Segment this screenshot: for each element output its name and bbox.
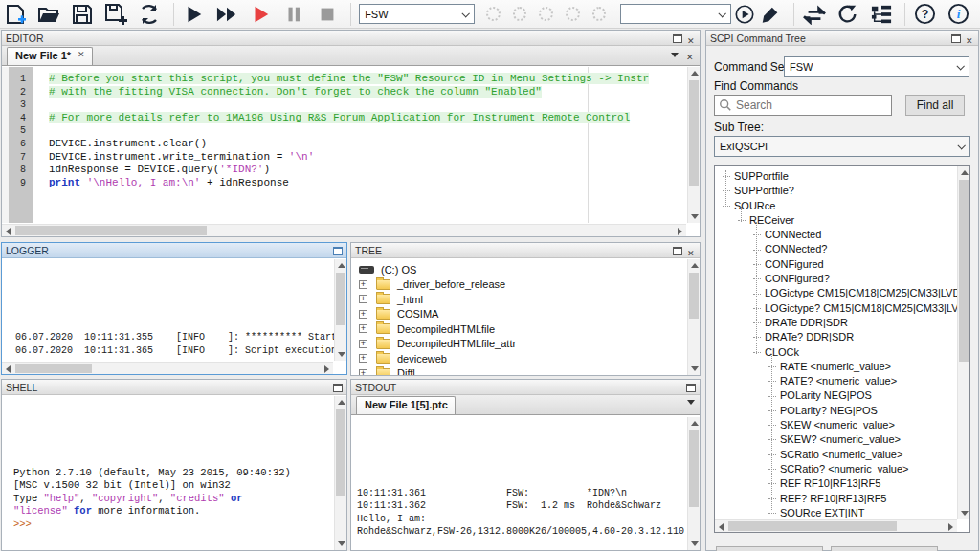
scpi-tree-item[interactable]: CONFigured [715, 257, 957, 272]
scroll-left-arrow[interactable] [6, 365, 11, 373]
close-icon[interactable] [687, 247, 696, 255]
macro-select-combo[interactable] [620, 4, 731, 24]
transfer-button[interactable] [802, 2, 826, 27]
tree-item[interactable]: + DecompiledHTMLfile [359, 321, 687, 337]
scrollbar-thumb[interactable] [959, 180, 969, 362]
scpi-tree-item[interactable]: RATE <numeric_value> [715, 360, 957, 374]
scpi-tree-item[interactable]: POLarity NEG|POS [715, 388, 957, 403]
scpi-tree-item[interactable]: SKEW <numeric_value> [715, 418, 957, 432]
play-macro-button[interactable] [733, 2, 757, 27]
maximize-icon[interactable] [686, 384, 696, 392]
save-file-button[interactable] [71, 2, 95, 27]
scpi-tree-item[interactable]: SUPPortfile [715, 169, 957, 184]
scroll-left-arrow[interactable] [6, 228, 11, 235]
scpi-tree-item[interactable]: CONFigured? [715, 272, 957, 286]
tab-list-dropdown-icon[interactable] [687, 400, 695, 405]
help-button[interactable]: ? [913, 2, 937, 27]
scroll-up-arrow[interactable] [691, 71, 699, 76]
scrollbar-thumb[interactable] [689, 80, 699, 186]
close-icon[interactable] [687, 34, 696, 43]
close-tab-icon[interactable] [686, 51, 695, 59]
save-file-as-button[interactable] [104, 2, 128, 27]
scroll-right-arrow[interactable] [948, 523, 953, 531]
code-editor-area[interactable]: 1 # Before you start this script, you mu… [2, 67, 686, 223]
run-highlight-button[interactable] [248, 2, 272, 27]
tab-close-icon[interactable]: ✕ [78, 50, 85, 65]
clipped-bottom-button[interactable] [831, 546, 938, 551]
scroll-up-arrow[interactable] [691, 421, 699, 426]
editor-tab[interactable]: New File 1* ✕ [7, 47, 93, 65]
scroll-down-arrow[interactable] [691, 541, 699, 546]
new-file-button[interactable] [4, 2, 28, 27]
scpi-tree-item[interactable]: REF? RF10|RF13|RF5 [715, 492, 957, 506]
tree-item[interactable]: + deviceweb [359, 351, 687, 366]
scroll-up-arrow[interactable] [691, 263, 699, 268]
scpi-horizontal-scrollbar[interactable] [715, 519, 957, 532]
stop-button[interactable] [315, 2, 339, 27]
device-select-combo[interactable]: FSW [359, 4, 475, 24]
tree-item[interactable]: + Diffl [359, 366, 687, 376]
scpi-tree-item[interactable]: LOGictype? CM15|CM18|CM25|CM33|LVDS|L [715, 301, 957, 316]
scroll-down-arrow[interactable] [338, 352, 345, 357]
reload-script-button[interactable] [138, 2, 162, 27]
scpi-tree-item[interactable]: SKEW? <numeric_value> [715, 432, 957, 447]
scpi-tree-item[interactable]: CONNected? [715, 242, 957, 256]
tab-list-dropdown-icon[interactable] [671, 53, 679, 57]
stdout-vertical-scrollbar[interactable] [687, 417, 700, 550]
scpi-tree-item[interactable]: SCRatio <numeric_value> [715, 448, 957, 462]
scrollbar-thumb[interactable] [15, 364, 92, 373]
scpi-tree-item[interactable]: LOGictype CM15|CM18|CM25|CM33|LVDS|LV [715, 286, 957, 300]
about-button[interactable]: i [947, 2, 970, 27]
scroll-down-arrow[interactable] [338, 541, 345, 546]
clipped-bottom-button[interactable] [716, 546, 823, 551]
scrollbar-thumb[interactable] [689, 273, 699, 319]
tree-vertical-scrollbar[interactable] [687, 259, 700, 375]
expand-icon[interactable]: + [359, 280, 368, 289]
scpi-tree-item[interactable]: DRATe? DDR|SDR [715, 330, 957, 344]
expand-icon[interactable]: + [359, 354, 368, 363]
maximize-icon[interactable] [673, 247, 682, 255]
expand-icon[interactable]: + [359, 324, 368, 333]
scroll-right-arrow[interactable] [678, 228, 682, 235]
scpi-tree-item[interactable]: SUPPortfile? [715, 184, 957, 198]
maximize-icon[interactable] [951, 34, 961, 43]
scpi-tree-item[interactable]: SCRatio? <numeric_value> [715, 462, 957, 476]
scrollbar-thumb[interactable] [689, 430, 699, 507]
command-set-combo[interactable]: FSW [784, 56, 969, 77]
tree-item[interactable]: + DecompiledHTMLfile_attr [359, 337, 687, 352]
scroll-up-arrow[interactable] [338, 400, 345, 405]
expand-icon[interactable]: + [359, 369, 368, 375]
logger-vertical-scrollbar[interactable] [334, 259, 346, 361]
scpi-tree-item[interactable]: SOURce [715, 199, 957, 213]
scpi-vertical-scrollbar[interactable] [957, 166, 969, 519]
tree-item[interactable]: (C:) OS [359, 262, 687, 277]
expand-icon[interactable]: + [359, 310, 368, 319]
open-file-button[interactable] [37, 2, 61, 27]
subtree-combo[interactable]: ExIQSCPI [714, 136, 970, 157]
scrollbar-thumb[interactable] [15, 226, 207, 235]
reset-button[interactable] [835, 2, 859, 27]
expand-icon[interactable]: + [359, 295, 368, 303]
scpi-tree-item[interactable]: POLarity? NEG|POS [715, 404, 957, 418]
tree-item[interactable]: + _html [359, 292, 687, 307]
tree-item[interactable]: + _driver_before_release [359, 277, 687, 293]
maximize-icon[interactable] [673, 34, 682, 43]
scpi-tree-item[interactable]: RATE? <numeric_value> [715, 374, 957, 388]
shell-output[interactable]: Python 2.7.10 (default, May 23 2015, 09:… [2, 396, 334, 550]
run-fast-button[interactable] [214, 2, 238, 27]
maximize-icon[interactable] [333, 384, 343, 392]
close-icon[interactable] [966, 34, 974, 43]
scpi-tree-item[interactable]: CONNected [715, 228, 957, 242]
search-input[interactable] [736, 99, 887, 112]
scroll-up-arrow[interactable] [338, 263, 345, 268]
pause-button[interactable] [281, 2, 305, 27]
maximize-icon[interactable] [333, 247, 343, 255]
scpi-tree-item[interactable]: SOURce EXT|INT [715, 506, 957, 519]
tree-item[interactable]: + COSIMA [359, 307, 687, 322]
logger-horizontal-scrollbar[interactable] [2, 362, 333, 374]
stdout-tab[interactable]: New File 1[5].ptc [356, 396, 456, 414]
scpi-tree-item[interactable]: DRATe DDR|SDR [715, 316, 957, 330]
shell-vertical-scrollbar[interactable] [334, 396, 346, 550]
scroll-down-arrow[interactable] [961, 511, 969, 516]
scrollbar-thumb[interactable] [336, 273, 345, 325]
